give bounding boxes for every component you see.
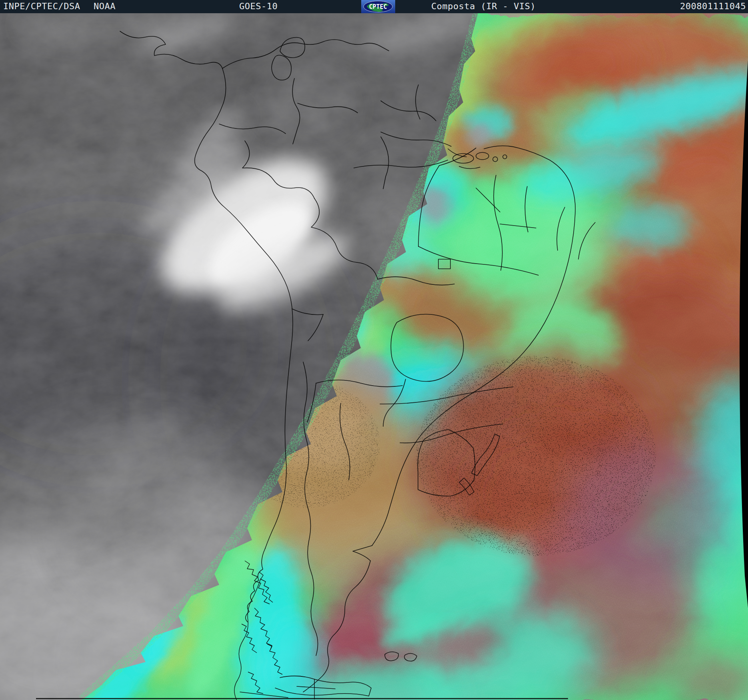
timestamp-label: 200801111045 [680, 1, 746, 11]
product-title: Composta (IR - VIS) [431, 1, 536, 11]
satellite-image [0, 13, 748, 700]
header-bar: INPE/CPTEC/DSA NOAA GOES-10 CPTEC Compos… [0, 0, 748, 13]
satellite-product-screen: INPE/CPTEC/DSA NOAA GOES-10 CPTEC Compos… [0, 0, 748, 700]
bottom-edge-line [36, 698, 568, 699]
agency-label: INPE/CPTEC/DSA [3, 1, 80, 11]
cptec-logo-icon: CPTEC [361, 0, 395, 13]
network-label: NOAA [94, 1, 116, 11]
logo-text: CPTEC [369, 3, 387, 10]
satellite-label: GOES-10 [239, 1, 278, 11]
